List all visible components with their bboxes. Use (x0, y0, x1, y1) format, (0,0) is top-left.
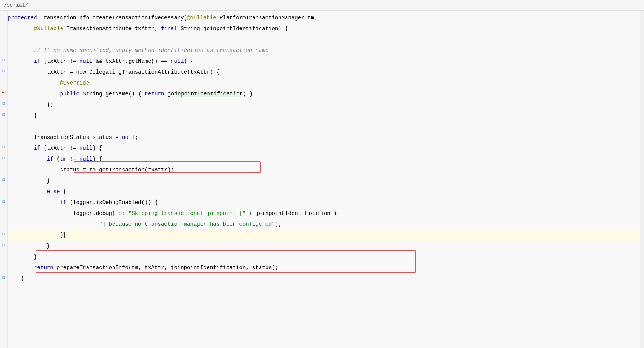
gutter-row-15 (0, 163, 7, 174)
lines-container: protected TransactionInfo createTransact… (8, 11, 640, 284)
line-23-content: } (8, 251, 37, 262)
bookmark-icon-9: ◻ (2, 101, 5, 106)
code-line-2: @Nullable TransactionAttribute txAttr, f… (8, 23, 640, 34)
code-line-23: } (8, 251, 640, 262)
gutter-row-7 (0, 76, 7, 87)
far-left-gutter: ◻ ◻ ● ◻ ◻ ◻ (0, 11, 8, 348)
gutter-row-21: ◻ (0, 228, 7, 239)
line-5-content: if (txAttr != null && txAttr.getName() =… (8, 56, 194, 67)
bookmark-icon-5: ◻ (2, 57, 5, 62)
scrollbar-right[interactable] (640, 11, 644, 348)
line-20-content: "] because no transaction manager has be… (8, 219, 282, 230)
code-line-13: if (txAttr != null) { (8, 143, 640, 154)
code-line-12: TransactionStatus status = null; (8, 132, 640, 143)
gutter-row-20 (0, 217, 7, 228)
code-line-10: } (8, 110, 640, 121)
bookmark-icon-6: ◻ (2, 68, 5, 73)
gutter-row-2 (0, 22, 7, 33)
code-line-15: status = tm.getTransaction(txAttr); (8, 164, 640, 175)
gutter-row-12 (0, 130, 7, 141)
code-line-5: if (txAttr != null && txAttr.getName() =… (8, 56, 640, 67)
gutter-row-19 (0, 206, 7, 217)
line-11-content (8, 121, 11, 132)
line-3-content (8, 34, 11, 45)
line-12-content: TransactionStatus status = null; (8, 132, 138, 143)
line-19-content: logger.debug( o: "Skipping transactional… (8, 208, 337, 219)
code-line-17: else { (8, 186, 640, 197)
line-1-content: protected TransactionInfo createTransact… (8, 12, 317, 23)
bookmark-icon-18: ◻ (2, 199, 5, 204)
code-line-25: } (8, 273, 640, 284)
line-10-content: } (8, 110, 37, 121)
line-22-content: } (8, 241, 50, 251)
line-16-content: } (8, 175, 50, 186)
bookmark-icon-10: ◻ (2, 112, 5, 117)
editor-body: ◻ ◻ ● ◻ ◻ ◻ (0, 11, 644, 348)
code-line-8: public String getName() { return joinpoi… (8, 88, 640, 99)
breadcrumb-bar: /serial/ (0, 0, 644, 11)
gutter-row-16: ◻ (0, 174, 7, 185)
gutter-row-18: ◻ (0, 196, 7, 206)
breadcrumb-path: /serial/ (4, 2, 28, 8)
code-area: protected TransactionInfo createTransact… (8, 11, 640, 348)
bookmark-icon-22: ◻ (2, 242, 5, 247)
gutter-row-8: ● ◻ (0, 87, 7, 98)
gutter-row-3 (0, 33, 7, 43)
code-line-21: } (8, 230, 640, 241)
gutter-row-11 (0, 119, 7, 130)
editor-main: /serial/ ◻ ◻ ● ◻ (0, 0, 644, 348)
line-15-content: status = tm.getTransaction(txAttr); (8, 164, 174, 175)
line-2-content: @Nullable TransactionAttribute txAttr, f… (8, 23, 288, 34)
code-line-14: if (tm != null) { (8, 154, 640, 164)
gutter-row-17 (0, 185, 7, 196)
gutter-row-24 (0, 261, 7, 272)
line-4-content: // If no name specified, apply method id… (8, 45, 272, 56)
code-line-19: logger.debug( o: "Skipping transactional… (8, 208, 640, 219)
code-line-4: // If no name specified, apply method id… (8, 45, 640, 56)
gutter-row-9: ◻ (0, 98, 7, 109)
line-18-content: if (logger.isDebugEnabled()) { (8, 197, 158, 208)
gutter-row-4 (0, 43, 7, 54)
gutter-row-1 (0, 11, 7, 22)
line-21-content: } (8, 230, 65, 241)
line-14-content: if (tm != null) { (8, 154, 102, 164)
code-line-6: txAttr = new DelegatingTransactionAttrib… (8, 67, 640, 78)
gutter-row-6: ◻ (0, 65, 7, 76)
gutter-row-25: ◻ (0, 272, 7, 282)
gutter-row-14: ◻ (0, 152, 7, 163)
bookmark-icon-13: ◻ (2, 144, 5, 149)
code-line-11 (8, 121, 640, 132)
code-line-7: @Override (8, 78, 640, 88)
gutter-row-10: ◻ (0, 109, 7, 119)
code-line-22: } (8, 241, 640, 251)
code-line-3 (8, 34, 640, 45)
bookmark-icon-21: ◻ (2, 231, 5, 236)
line-6-content: txAttr = new DelegatingTransactionAttrib… (8, 67, 220, 78)
line-24-content: return prepareTransactionInfo(tm, txAttr… (8, 262, 278, 273)
code-line-24: return prepareTransactionInfo(tm, txAttr… (8, 262, 640, 273)
gutter-row-13: ◻ (0, 141, 7, 152)
gutter-row-23 (0, 250, 7, 261)
line-9-content: }; (8, 99, 54, 110)
line-25-content: } (8, 273, 24, 284)
code-line-18: if (logger.isDebugEnabled()) { (8, 197, 640, 208)
gutter-row-22: ◻ (0, 239, 7, 250)
code-line-16: } (8, 175, 640, 186)
bookmark-icon-14: ◻ (2, 155, 5, 160)
line-7-content: @Override (8, 78, 89, 88)
bookmark-icon-8: ◻ (3, 90, 6, 95)
code-line-9: }; (8, 99, 640, 110)
bookmark-icon-25: ◻ (2, 275, 5, 280)
line-13-content: if (txAttr != null) { (8, 143, 102, 154)
line-8-content: public String getName() { return joinpoi… (8, 88, 253, 99)
line-17-content: else { (8, 186, 66, 197)
bookmark-icon-16: ◻ (2, 177, 5, 182)
gutter-row-5: ◻ (0, 54, 7, 65)
code-line-1: protected TransactionInfo createTransact… (8, 12, 640, 23)
code-line-20: "] because no transaction manager has be… (8, 219, 640, 230)
